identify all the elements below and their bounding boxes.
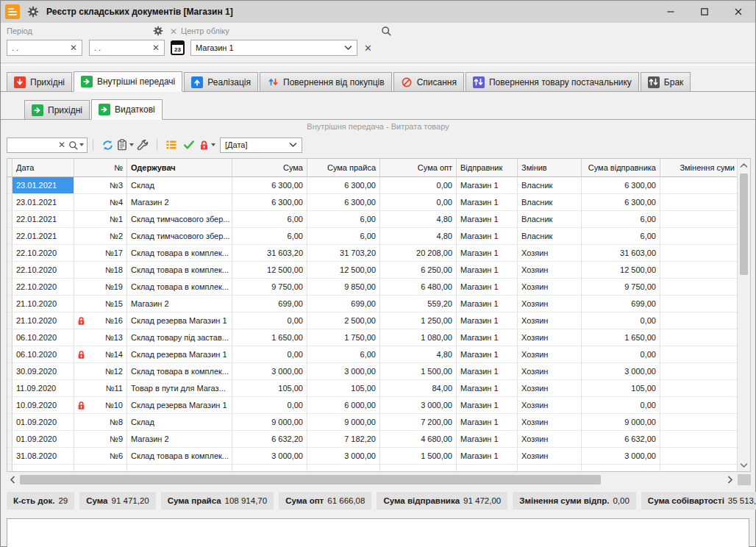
- cell-sum[interactable]: 105,00: [232, 380, 307, 397]
- cell-sum-opt[interactable]: 0,00: [380, 194, 457, 211]
- cell-receiver[interactable]: Склад резерва Магазин 1: [127, 346, 232, 363]
- cell-sum[interactable]: 1 650,00: [232, 329, 307, 346]
- cell-sum-opt[interactable]: 6 250,00: [380, 262, 457, 279]
- cell-date[interactable]: 22.10.2020: [13, 279, 74, 296]
- table-row[interactable]: 06.10.2020 №14 Склад резерва Магазин 1 0…: [7, 346, 738, 363]
- cell-sum-change[interactable]: [660, 465, 738, 472]
- cell-receiver[interactable]: [127, 465, 232, 472]
- horizontal-scroll-thumb[interactable]: [20, 475, 601, 485]
- cell-changed-by[interactable]: Власник: [518, 177, 582, 194]
- cell-sum-opt[interactable]: 1 500,00: [380, 363, 457, 380]
- settings-gear-icon[interactable]: [27, 6, 39, 18]
- cell-sum-change[interactable]: [660, 262, 738, 279]
- cell-date[interactable]: 30.09.2020: [13, 363, 74, 380]
- group-by-select[interactable]: [Дата]: [220, 137, 302, 153]
- cell-num[interactable]: №14: [74, 346, 127, 363]
- cell-changed-by[interactable]: Хозяин: [518, 312, 582, 329]
- cell-sum-sender[interactable]: 6,00: [582, 228, 660, 245]
- cell-num[interactable]: №6: [74, 448, 127, 465]
- cell-sender[interactable]: Магазин 1: [457, 296, 518, 312]
- filter-gear-icon[interactable]: [153, 26, 163, 37]
- col-header-date[interactable]: Дата: [13, 159, 74, 177]
- cell-sum-price[interactable]: 6,00: [307, 346, 380, 363]
- cell-changed-by[interactable]: Хозяин: [518, 346, 582, 363]
- cell-changed-by[interactable]: Хозяин: [518, 414, 582, 431]
- cell-num[interactable]: №18: [74, 262, 127, 279]
- cell-sum-opt[interactable]: 6 480,00: [380, 279, 457, 296]
- cell-changed-by[interactable]: Власник: [518, 211, 582, 228]
- center-search-icon[interactable]: [381, 26, 391, 37]
- cell-changed-by[interactable]: Хозяин: [518, 329, 582, 346]
- cell-receiver[interactable]: Склад товара в комплек...: [127, 245, 232, 262]
- cell-receiver[interactable]: Склад товара в комплек...: [127, 262, 232, 279]
- cell-date[interactable]: 31.08.2020: [13, 448, 74, 465]
- cell-changed-by[interactable]: Хозяин: [518, 245, 582, 262]
- cell-num[interactable]: №10: [74, 397, 127, 414]
- table-row[interactable]: 21.10.2020 №16 Склад резерва Магазин 1 0…: [7, 312, 738, 329]
- cell-num[interactable]: №8: [74, 414, 127, 431]
- cell-sum[interactable]: 3 000,00: [232, 363, 307, 380]
- table-row[interactable]: 22.01.2021 №1 Склад тимчасового збер... …: [7, 211, 738, 228]
- cell-date[interactable]: 23.01.2021: [13, 177, 74, 194]
- cell-sum-opt[interactable]: [380, 465, 457, 472]
- cell-sender[interactable]: Магазин 1: [457, 346, 518, 363]
- cell-sum-price[interactable]: 699,00: [307, 296, 380, 312]
- cell-sum-price[interactable]: 7 182,20: [307, 431, 380, 448]
- search-input[interactable]: [10, 140, 58, 150]
- date-to-clear-icon[interactable]: ✕: [152, 43, 160, 53]
- center-clear-icon[interactable]: ✕: [364, 43, 372, 54]
- cell-sum-price[interactable]: 6,00: [307, 211, 380, 228]
- table-row[interactable]: 06.10.2020 №13 Склад товару під застав..…: [7, 329, 738, 346]
- cell-num[interactable]: №1: [74, 211, 127, 228]
- search-box[interactable]: ✕: [7, 137, 88, 153]
- cell-changed-by[interactable]: Хозяин: [518, 296, 582, 312]
- col-header-changed-by[interactable]: Змінив: [518, 159, 582, 177]
- cell-sum[interactable]: 3 000,00: [232, 448, 307, 465]
- search-icon[interactable]: [68, 140, 78, 150]
- cell-sum-change[interactable]: [660, 245, 738, 262]
- cell-date[interactable]: 10.09.2020: [13, 397, 74, 414]
- cell-sender[interactable]: Магазин 1: [457, 397, 518, 414]
- cell-sum-opt[interactable]: 3 000,00: [380, 397, 457, 414]
- cell-sum-sender[interactable]: 31 603,00: [582, 245, 660, 262]
- refresh-button[interactable]: [99, 137, 116, 153]
- vertical-scrollbar[interactable]: [737, 159, 750, 471]
- cell-sum-price[interactable]: 12 500,00: [307, 262, 380, 279]
- cell-changed-by[interactable]: Хозяин: [518, 279, 582, 296]
- cell-date[interactable]: 22.01.2021: [13, 228, 74, 245]
- col-header-sender[interactable]: Відправник: [457, 159, 518, 177]
- cell-sum-sender[interactable]: 0,00: [582, 346, 660, 363]
- cell-sender[interactable]: Магазин 1: [457, 380, 518, 397]
- cell-sender[interactable]: Магазин 1: [457, 431, 518, 448]
- table-row[interactable]: 10.09.2020 №10 Склад резерва Магазин 1 0…: [7, 397, 738, 414]
- cell-sum-price[interactable]: 9 850,00: [307, 279, 380, 296]
- table-row[interactable]: 23.01.2021 №3 Склад 6 300,00 6 300,00 0,…: [7, 177, 738, 194]
- tab-brak[interactable]: Брак: [641, 72, 691, 91]
- cell-receiver[interactable]: Склад товара в комплек...: [127, 363, 232, 380]
- cell-sum-opt[interactable]: 1 080,00: [380, 329, 457, 346]
- cell-sum-opt[interactable]: 4,80: [380, 211, 457, 228]
- tools-button[interactable]: [134, 137, 151, 153]
- cell-date[interactable]: 21.10.2020: [13, 296, 74, 312]
- cell-sum-price[interactable]: 6 300,00: [307, 194, 380, 211]
- cell-date[interactable]: 01.09.2020: [13, 414, 74, 431]
- cell-sender[interactable]: Магазин 1: [457, 194, 518, 211]
- cell-sum-change[interactable]: [660, 431, 738, 448]
- cell-sum[interactable]: 6 300,00: [232, 194, 307, 211]
- cell-sum-price[interactable]: 1 750,00: [307, 329, 380, 346]
- cell-sender[interactable]: [457, 465, 518, 472]
- horizontal-scroll-track[interactable]: [18, 475, 724, 485]
- cell-num[interactable]: №11: [74, 380, 127, 397]
- table-row[interactable]: 11.09.2020 №11 Товар в пути для Магаз...…: [7, 380, 738, 397]
- col-header-sum-change[interactable]: Змінення суми: [660, 159, 738, 177]
- cell-sum[interactable]: [232, 465, 307, 472]
- cell-date[interactable]: 22.10.2020: [13, 262, 74, 279]
- cell-changed-by[interactable]: Хозяин: [518, 363, 582, 380]
- cell-receiver[interactable]: Склад тимчасового збер...: [127, 228, 232, 245]
- cell-sum-change[interactable]: [660, 312, 738, 329]
- table-row[interactable]: 22.10.2020 №17 Склад товара в комплек...…: [7, 245, 738, 262]
- table-row[interactable]: 22.01.2021 №2 Склад тимчасового збер... …: [7, 228, 738, 245]
- lock-button[interactable]: [198, 137, 215, 153]
- cell-sum-price[interactable]: 2 500,00: [307, 312, 380, 329]
- cell-receiver[interactable]: Склад: [127, 414, 232, 431]
